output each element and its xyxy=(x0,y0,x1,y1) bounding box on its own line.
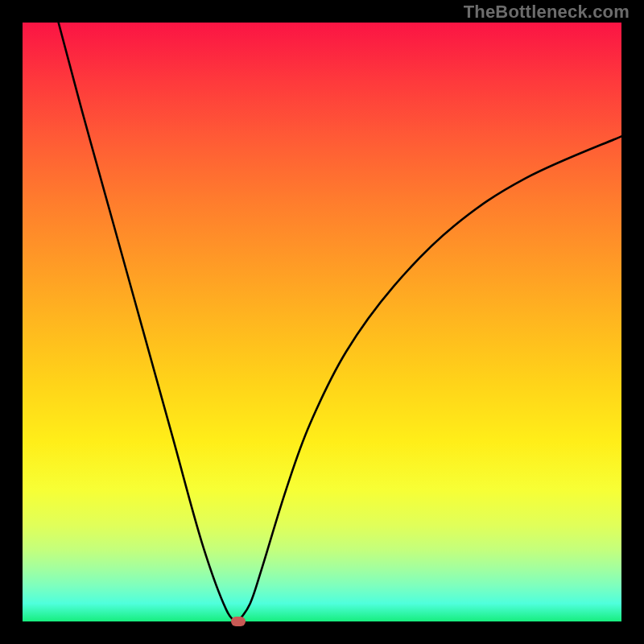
curve-svg xyxy=(23,23,621,621)
curve-right xyxy=(238,136,621,621)
min-marker xyxy=(231,617,246,626)
plot-area xyxy=(23,23,621,621)
curve-left xyxy=(59,23,238,621)
chart-frame: TheBottleneck.com xyxy=(0,0,644,644)
watermark-text: TheBottleneck.com xyxy=(464,2,630,23)
